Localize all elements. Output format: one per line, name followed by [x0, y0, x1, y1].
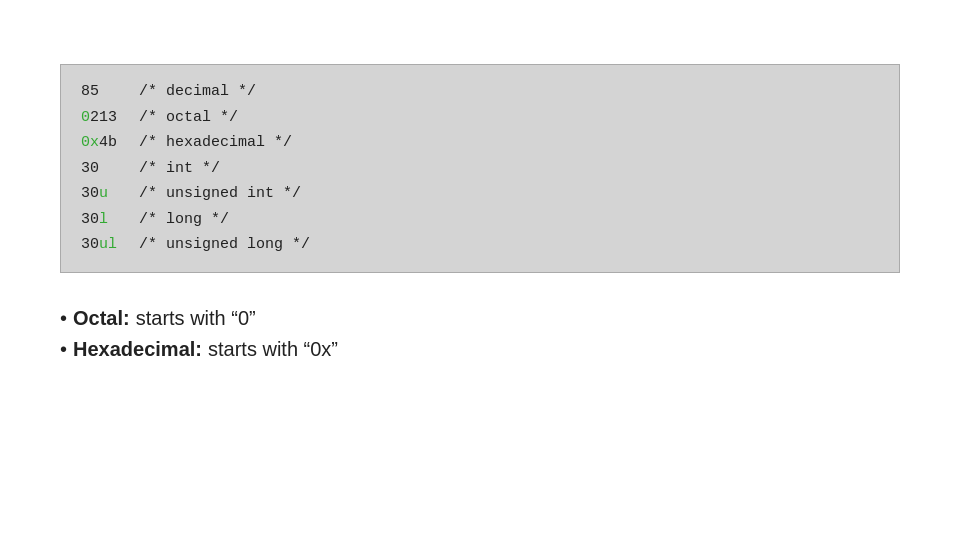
code-comment: /* hexadecimal */: [139, 130, 292, 156]
code-row: 30/* int */: [81, 156, 879, 182]
bullet-dot: •: [60, 307, 67, 330]
code-row: 30ul/* unsigned long */: [81, 232, 879, 258]
bullet-dot: •: [60, 338, 67, 361]
code-number: 30u: [81, 181, 131, 207]
code-number: 30ul: [81, 232, 131, 258]
bullets-section: •Octal: starts with “0”•Hexadecimal: sta…: [60, 307, 900, 361]
code-comment: /* decimal */: [139, 79, 256, 105]
page: 85/* decimal */0213/* octal */0x4b/* hex…: [0, 0, 960, 540]
bullet-item: •Hexadecimal: starts with “0x”: [60, 338, 900, 361]
code-comment: /* unsigned int */: [139, 181, 301, 207]
bullet-label: Octal:: [73, 307, 130, 330]
code-row: 30u/* unsigned int */: [81, 181, 879, 207]
code-number: 85: [81, 79, 131, 105]
code-row: 0x4b/* hexadecimal */: [81, 130, 879, 156]
code-block: 85/* decimal */0213/* octal */0x4b/* hex…: [60, 64, 900, 273]
code-row: 85/* decimal */: [81, 79, 879, 105]
bullet-item: •Octal: starts with “0”: [60, 307, 900, 330]
bullet-text: starts with “0x”: [208, 338, 338, 361]
bullet-text: starts with “0”: [136, 307, 256, 330]
code-comment: /* octal */: [139, 105, 238, 131]
code-number: 30: [81, 156, 131, 182]
code-number: 0x4b: [81, 130, 131, 156]
code-comment: /* long */: [139, 207, 229, 233]
code-number: 0213: [81, 105, 131, 131]
code-row: 30l/* long */: [81, 207, 879, 233]
code-comment: /* unsigned long */: [139, 232, 310, 258]
code-comment: /* int */: [139, 156, 220, 182]
bullet-label: Hexadecimal:: [73, 338, 202, 361]
code-row: 0213/* octal */: [81, 105, 879, 131]
code-number: 30l: [81, 207, 131, 233]
